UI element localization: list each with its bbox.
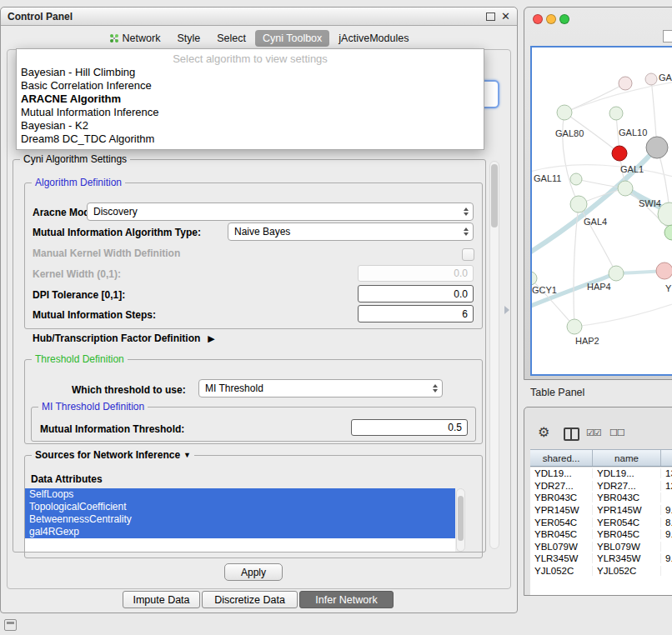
data-attributes-label: Data Attributes [31, 473, 103, 485]
hub-definition-toggle[interactable]: Hub/Transcription Factor Definition ▶ [33, 332, 215, 344]
table-row[interactable]: YJL052CYJL052C [530, 565, 672, 578]
select-all-icon[interactable]: ☑☑ [586, 428, 601, 438]
settings-scrollbar[interactable] [489, 161, 499, 549]
table-cell: 9. [661, 505, 672, 515]
manual-kernel-width-checkbox[interactable] [462, 248, 474, 261]
zoom-traffic-light-icon[interactable] [559, 14, 569, 24]
tab-infer-network[interactable]: Infer Network [299, 591, 394, 608]
table-cell: YDR27... [593, 481, 661, 491]
network-node[interactable] [664, 225, 672, 240]
network-edge[interactable] [574, 301, 672, 327]
network-node[interactable] [609, 266, 624, 281]
table-row[interactable]: YBR043CYBR043C [530, 492, 672, 504]
table-cell: YDL19... [593, 468, 661, 478]
node-label: HAP4 [587, 282, 611, 292]
network-icon [109, 33, 119, 43]
tab-jactivemodules[interactable]: jActiveModules [331, 30, 416, 47]
node-label: SWI4 [639, 198, 661, 208]
tab-label: Cyni Toolbox [263, 32, 322, 44]
column-header[interactable] [661, 450, 672, 466]
table-row[interactable]: YER054CYER054C8. [530, 516, 672, 528]
splitter-collapse-icon[interactable] [504, 306, 509, 314]
column-header[interactable]: name [593, 450, 661, 466]
network-node[interactable] [532, 272, 537, 285]
close-icon[interactable]: ✕ [501, 12, 510, 22]
algorithm-option[interactable]: Basic Correlation Inference [17, 79, 484, 92]
sources-title-text: Sources for Network Inference [35, 449, 180, 461]
algorithm-option[interactable]: Dream8 DC_TDC Algorithm [17, 132, 484, 146]
threshold-type-select[interactable]: MI Threshold [198, 379, 443, 398]
apply-button[interactable]: Apply [224, 563, 283, 581]
scrollbar-thumb[interactable] [491, 164, 498, 228]
mi-algorithm-type-select[interactable]: Naive Bayes [228, 222, 474, 241]
mi-threshold-input[interactable]: 0.5 [351, 419, 468, 436]
table-row[interactable]: YDR27...YDR27...12 [530, 480, 672, 492]
tab-select[interactable]: Select [209, 30, 253, 47]
network-canvas[interactable]: GAL80GAL10GAL11GAL1SWI4GAL4GCY1HAP4HAP2Y… [530, 46, 672, 376]
table-row[interactable]: YDL19...YDL19...13 [530, 468, 672, 480]
sources-toggle[interactable]: Sources for Network Inference ▼ [32, 449, 194, 461]
close-traffic-light-icon[interactable] [533, 14, 543, 24]
window-title: Control Panel [8, 11, 73, 22]
group-title-text: MI Threshold Definition [42, 401, 144, 412]
network-node[interactable] [567, 319, 582, 334]
table-cell: YJL052C [530, 566, 593, 576]
tab-label: Select [217, 32, 246, 44]
table-header: shared...name [530, 449, 672, 467]
table-row[interactable]: YPR145WYPR145W9. [530, 504, 672, 517]
network-node[interactable] [646, 137, 668, 158]
group-title-text: Threshold Definition [35, 353, 124, 365]
tab-style[interactable]: Style [169, 30, 208, 47]
dpi-tolerance-input[interactable]: 0.0 [358, 285, 474, 302]
network-node[interactable] [619, 77, 632, 90]
stepper-icon [433, 384, 438, 392]
algorithm-option[interactable]: Mutual Information Inference [17, 106, 484, 119]
attribute-item[interactable]: BetweennessCentrality [25, 513, 455, 526]
scrollbar-corner[interactable] [663, 30, 672, 42]
node-label: GAL11 [534, 173, 561, 183]
network-edge[interactable] [563, 112, 579, 204]
network-node[interactable] [570, 196, 587, 212]
algorithm-option[interactable]: Bayesian - K2 [17, 119, 484, 132]
attributes-scrollbar[interactable] [456, 488, 465, 552]
table-cell: 9. [661, 529, 672, 539]
node-label: Y [665, 283, 672, 293]
attribute-item[interactable]: TopologicalCoefficient [25, 501, 455, 513]
table-cell: YBR045C [593, 529, 661, 539]
algorithm-option[interactable]: Bayesian - Hill Climbing [17, 66, 484, 79]
gear-icon[interactable]: ⚙ [538, 424, 549, 440]
tab-cyni-toolbox[interactable]: Cyni Toolbox [255, 30, 329, 47]
column-header[interactable]: shared... [530, 450, 593, 466]
network-node[interactable] [612, 146, 627, 161]
network-node[interactable] [656, 262, 672, 279]
attribute-item[interactable]: gal4RGexp [25, 526, 455, 538]
table-row[interactable]: YBR045CYBR045C9. [530, 528, 672, 541]
scrollbar-thumb[interactable] [458, 496, 464, 541]
network-node[interactable] [618, 181, 633, 196]
manual-kernel-width-label: Manual Kernel Width Definition [33, 248, 180, 259]
tab-discretize-data[interactable]: Discretize Data [202, 591, 298, 608]
stepper-icon [464, 228, 469, 236]
kernel-width-input[interactable]: 0.0 [358, 265, 474, 282]
tab-impute-data[interactable]: Impute Data [123, 591, 200, 608]
dock-panel-icon[interactable] [4, 619, 17, 631]
selected-value: MI Threshold [205, 382, 263, 394]
tab-network[interactable]: Network [102, 30, 168, 47]
node-label: GCY1 [532, 285, 557, 295]
network-node[interactable] [557, 105, 572, 120]
network-node[interactable] [570, 173, 582, 185]
network-node[interactable] [609, 107, 623, 120]
minimize-traffic-light-icon[interactable] [546, 14, 556, 24]
algorithm-option[interactable]: ARACNE Algorithm [17, 92, 484, 106]
network-node[interactable] [645, 73, 657, 85]
column-browser-icon[interactable] [564, 428, 579, 441]
attribute-item[interactable]: SelfLoops [25, 488, 455, 501]
mi-steps-input[interactable]: 6 [358, 305, 474, 322]
aracne-mode-select[interactable]: Discovery [87, 202, 474, 221]
deselect-all-icon[interactable]: ☐☐ [609, 428, 624, 438]
float-window-icon[interactable] [486, 12, 495, 21]
network-edge[interactable] [579, 204, 616, 273]
algorithm-dropdown-popup: Select algorithm to view settings Bayesi… [16, 48, 484, 150]
table-row[interactable]: YBL079WYBL079W [530, 541, 672, 553]
table-row[interactable]: YLR345WYLR345W9. [530, 552, 672, 565]
